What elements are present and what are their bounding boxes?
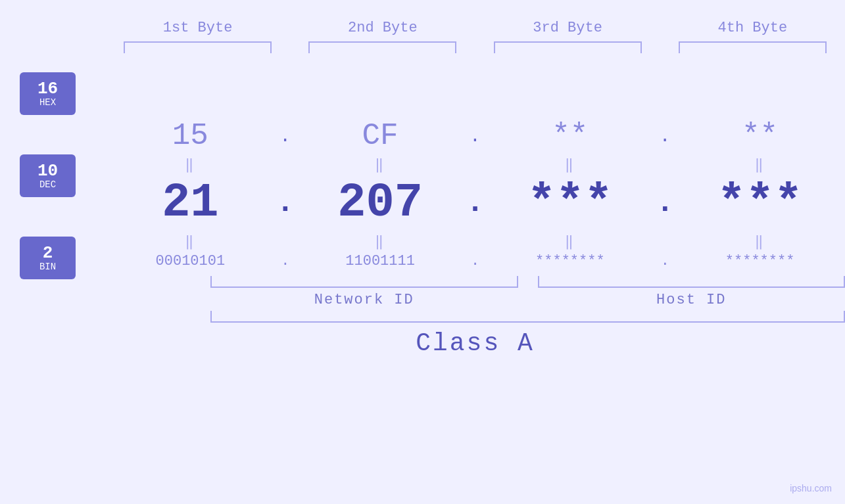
dec-badge-number: 10	[37, 162, 58, 179]
dec-byte3: ***	[485, 176, 656, 230]
host-id-label: Host ID	[538, 292, 846, 308]
dec-badge-type: DEC	[39, 179, 56, 190]
eq2-b1: ‖	[105, 233, 276, 250]
eq1-b1: ‖	[105, 156, 276, 173]
byte2-label: 2nd Byte	[290, 20, 475, 36]
bracket-cell-1	[105, 41, 290, 53]
bin-badge-type: BIN	[39, 262, 56, 272]
dec-dot1: .	[276, 186, 295, 220]
eq2-b4: ‖	[675, 233, 845, 250]
byte3-label: 3rd Byte	[475, 20, 660, 36]
byte-labels-row: 1st Byte 2nd Byte 3rd Byte 4th Byte	[0, 20, 845, 36]
top-brackets	[0, 41, 845, 53]
dec-byte2: 207	[295, 176, 466, 230]
bin-row: 00010101 . 11001111 . ******** . *******…	[105, 253, 845, 269]
eq1-b3: ‖	[485, 156, 656, 173]
hex-row: 15 . CF . ** . **	[105, 119, 845, 153]
bracket-cell-2	[290, 41, 475, 53]
hex-byte3: **	[485, 119, 656, 153]
bracket-top-1	[124, 41, 272, 53]
dec-byte1: 21	[105, 176, 276, 230]
equals-row-1: ‖ ‖ ‖ ‖	[105, 153, 845, 176]
bin-byte4: ********	[675, 253, 845, 269]
equals-row-2: ‖ ‖ ‖ ‖	[105, 230, 845, 253]
class-label: Class A	[105, 329, 845, 357]
bracket-cell-4	[660, 41, 845, 53]
bin-byte2: 11001111	[295, 253, 466, 269]
bin-dot3: .	[655, 253, 675, 269]
bin-badge-number: 2	[43, 244, 53, 262]
bracket-top-3	[494, 41, 642, 53]
byte1-label: 1st Byte	[105, 20, 290, 36]
dec-row: 21 . 207 . *** . ***	[105, 176, 845, 230]
badges-column: 16 HEX 10 DEC 2 BIN	[20, 72, 76, 279]
hex-byte2: CF	[295, 119, 466, 153]
host-bracket	[538, 276, 846, 288]
dec-badge: 10 DEC	[20, 154, 76, 197]
eq1-b4: ‖	[675, 156, 845, 173]
bin-dot2: .	[466, 253, 485, 269]
bracket-cell-3	[475, 41, 660, 53]
id-labels: Network ID Host ID	[105, 292, 845, 308]
eq1-b2: ‖	[295, 156, 466, 173]
network-id-label: Network ID	[210, 292, 518, 308]
hex-byte4: **	[675, 119, 845, 153]
hex-byte1: 15	[105, 119, 276, 153]
eq2-b3: ‖	[485, 233, 656, 250]
hex-dot1: .	[276, 126, 295, 147]
dec-dot2: .	[466, 186, 485, 220]
bottom-brackets	[105, 276, 845, 288]
watermark: ipshu.com	[790, 483, 832, 493]
bin-byte3: ********	[485, 253, 656, 269]
hex-dot2: .	[466, 126, 485, 147]
bin-dot1: .	[276, 253, 295, 269]
hex-badge: 16 HEX	[20, 72, 76, 115]
dec-byte4: ***	[675, 176, 845, 230]
network-bracket	[210, 276, 518, 288]
dec-dot3: .	[655, 186, 675, 220]
bin-badge: 2 BIN	[20, 237, 76, 279]
main-container: 1st Byte 2nd Byte 3rd Byte 4th Byte 16 H…	[0, 0, 845, 504]
rows-area: 15 . CF . ** . ** ‖ ‖ ‖ ‖ 21 . 207 . ***…	[0, 119, 845, 357]
class-bracket	[210, 311, 845, 323]
hex-badge-type: HEX	[39, 97, 56, 108]
hex-dot3: .	[655, 126, 675, 147]
bracket-top-4	[679, 41, 827, 53]
byte4-label: 4th Byte	[660, 20, 845, 36]
bracket-top-2	[308, 41, 456, 53]
hex-badge-number: 16	[37, 80, 58, 97]
eq2-b2: ‖	[295, 233, 466, 250]
bin-byte1: 00010101	[105, 253, 276, 269]
